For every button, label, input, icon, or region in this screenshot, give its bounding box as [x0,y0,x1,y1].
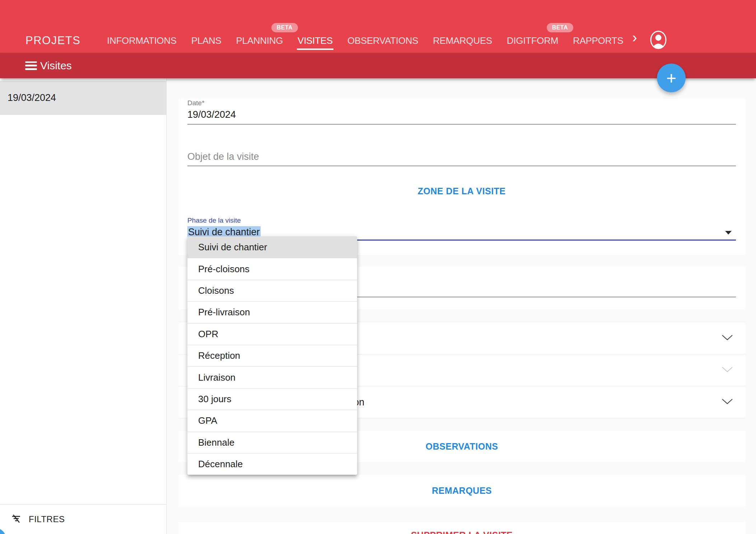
chevron-down-icon[interactable] [722,367,733,374]
beta-badge: BETA [547,23,573,32]
delete-visit-section: SUPPRIMER LA VISITE [178,522,745,534]
observations-heading[interactable]: OBSERVATIONS [426,441,498,452]
sidebar-footer: FILTRES [0,504,166,534]
page-title: Visites [40,60,72,72]
profile-avatar-icon[interactable] [650,30,667,50]
beta-badge: BETA [271,23,298,32]
delete-visit-button[interactable]: SUPPRIMER LA VISITE [411,530,513,534]
nav-item-visites[interactable]: VISITES [298,35,333,46]
phase-dropdown-menu: Suivi de chantier Pré-cloisons Cloisons … [187,236,357,475]
phase-option-suivi-de-chantier[interactable]: Suivi de chantier [187,236,357,258]
visit-info-card: Date* 19/03/2024 Objet de la visite ZONE… [178,99,745,255]
phase-option-gpa[interactable]: GPA [187,410,357,431]
nav-item-rapports[interactable]: RAPPORTS [573,35,623,46]
objet-field-underline [187,166,736,166]
main-nav: INFORMATIONS PLANS PLANNING BETA VISITES… [107,0,623,53]
add-visit-button[interactable]: + [657,64,686,92]
filters-button[interactable]: FILTRES [29,514,65,524]
phase-option-pre-cloisons[interactable]: Pré-cloisons [187,258,357,279]
remarques-heading[interactable]: REMARQUES [432,486,492,496]
nav-item-informations[interactable]: INFORMATIONS [107,35,177,46]
date-field-label: Date* [187,99,736,107]
phase-option-livraison[interactable]: Livraison [187,366,357,388]
visit-list-item-selected[interactable]: 19/03/2024 [0,81,166,115]
hidden-fab-peek [0,528,6,534]
chevron-down-icon[interactable] [722,399,733,406]
menu-icon[interactable] [25,61,37,70]
date-field-underline [187,124,736,125]
nav-item-label: PLANNING [236,35,283,46]
phase-option-biennale[interactable]: Biennale [187,432,357,453]
date-field-value[interactable]: 19/03/2024 [187,109,736,120]
nav-item-plans[interactable]: PLANS [191,35,221,46]
chevron-right-icon[interactable]: › [627,29,642,47]
chevron-down-icon[interactable] [722,334,733,342]
phase-option-decennale[interactable]: Décennale [187,453,357,475]
page-header: Visites [0,53,756,78]
phase-option-30-jours[interactable]: 30 jours [187,388,357,410]
nav-item-observations[interactable]: OBSERVATIONS [347,35,418,46]
phase-option-opr[interactable]: OPR [187,323,357,345]
objet-field-placeholder[interactable]: Objet de la visite [187,151,736,162]
filter-off-icon[interactable] [11,514,21,525]
nav-item-remarques[interactable]: REMARQUES [433,35,492,46]
zone-section-heading[interactable]: ZONE DE LA VISITE [187,186,736,196]
nav-item-planning[interactable]: PLANNING BETA [236,35,283,46]
brand-projets[interactable]: PROJETS [25,34,80,47]
phase-option-pre-livraison[interactable]: Pré-livraison [187,301,357,323]
phase-option-reception[interactable]: Réception [187,345,357,366]
remarques-section: REMARQUES [178,475,745,506]
phase-option-cloisons[interactable]: Cloisons [187,280,357,301]
visits-sidebar: 19/03/2024 FILTRES [0,78,167,534]
phase-field-label: Phase de la visite [187,217,736,224]
plus-icon: + [666,68,676,88]
nav-item-label: DIGITFORM [507,35,558,46]
nav-item-digitform[interactable]: DIGITFORM BETA [507,35,558,46]
top-navigation-bar: PROJETS INFORMATIONS PLANS PLANNING BETA… [0,0,756,53]
caret-down-icon[interactable] [725,231,732,235]
